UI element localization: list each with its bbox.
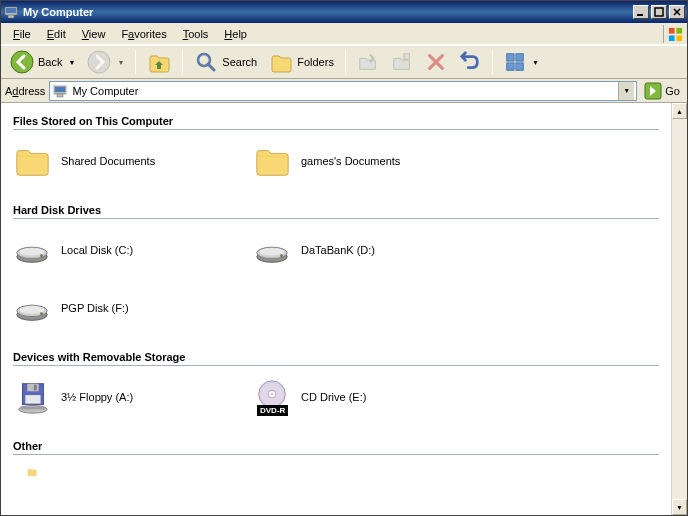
views-button[interactable]: ▼: [499, 48, 544, 76]
svg-point-42: [271, 393, 274, 396]
scroll-track[interactable]: [672, 119, 687, 499]
close-button[interactable]: [669, 5, 685, 19]
svg-point-32: [40, 312, 43, 315]
my-computer-icon: [52, 83, 68, 99]
hard-disk-icon: [13, 231, 51, 269]
forward-button[interactable]: ▼: [82, 47, 129, 77]
item-pgp-disk-f[interactable]: PGP Disk (F:): [13, 289, 213, 327]
toolbar: Back ▼ ▼ Search Folders ▼: [1, 45, 687, 79]
hard-disk-icon: [13, 289, 51, 327]
folders-label: Folders: [297, 56, 334, 68]
search-button[interactable]: Search: [189, 47, 262, 77]
copy-to-button[interactable]: [386, 48, 418, 76]
menu-view[interactable]: View: [74, 26, 114, 42]
item-label: Local Disk (C:): [61, 243, 133, 257]
address-dropdown[interactable]: ▼: [618, 82, 634, 100]
svg-rect-2: [8, 15, 14, 18]
minimize-button[interactable]: [633, 5, 649, 19]
item-shared-documents[interactable]: Shared Documents: [13, 142, 213, 180]
svg-rect-5: [669, 27, 675, 33]
svg-point-23: [20, 248, 45, 256]
up-button[interactable]: [142, 47, 176, 77]
svg-rect-18: [55, 87, 65, 92]
separator: [492, 50, 493, 74]
svg-point-28: [280, 254, 283, 257]
svg-rect-4: [655, 8, 663, 16]
menu-tools[interactable]: Tools: [175, 26, 217, 42]
item-other-partial[interactable]: [13, 467, 213, 477]
maximize-button[interactable]: [651, 5, 667, 19]
folder-icon: [13, 142, 51, 180]
scroll-down-button[interactable]: ▼: [672, 499, 687, 515]
item-cd-drive-e[interactable]: DVD-R CD Drive (E:): [253, 378, 453, 416]
svg-rect-8: [676, 35, 682, 41]
svg-rect-38: [21, 407, 46, 410]
item-label: 3½ Floppy (A:): [61, 390, 133, 404]
menu-edit[interactable]: Edit: [39, 26, 74, 42]
back-label: Back: [38, 56, 62, 68]
group-header-other: Other: [13, 436, 659, 455]
svg-point-24: [40, 254, 43, 257]
cd-drive-icon: DVD-R: [253, 378, 291, 416]
svg-rect-13: [507, 54, 514, 61]
hard-disk-icon: [253, 231, 291, 269]
item-label: games's Documents: [301, 154, 400, 168]
search-label: Search: [222, 56, 257, 68]
item-games-documents[interactable]: games's Documents: [253, 142, 453, 180]
group-header-files-stored: Files Stored on This Computer: [13, 111, 659, 130]
folder-icon: [253, 142, 291, 180]
separator: [182, 50, 183, 74]
separator: [345, 50, 346, 74]
group-header-removable: Devices with Removable Storage: [13, 347, 659, 366]
scroll-up-button[interactable]: ▲: [672, 103, 687, 119]
svg-rect-34: [27, 384, 38, 392]
menu-file[interactable]: File: [5, 26, 39, 42]
group-header-hard-disks: Hard Disk Drives: [13, 200, 659, 219]
windows-flag-icon: [663, 25, 683, 43]
svg-rect-3: [637, 14, 643, 16]
item-label: PGP Disk (F:): [61, 301, 129, 315]
chevron-down-icon: ▼: [532, 59, 539, 66]
folders-button[interactable]: Folders: [264, 47, 339, 77]
item-label: CD Drive (E:): [301, 390, 366, 404]
chevron-down-icon: ▼: [117, 59, 124, 66]
menubar: File Edit View Favorites Tools Help: [1, 23, 687, 45]
addressbar: Address My Computer ▼ Go: [1, 79, 687, 103]
address-input[interactable]: My Computer ▼: [49, 81, 637, 101]
item-floppy-a[interactable]: 3½ Floppy (A:): [13, 378, 213, 416]
back-button[interactable]: Back ▼: [5, 47, 80, 77]
menu-help[interactable]: Help: [216, 26, 255, 42]
chevron-down-icon: ▼: [68, 59, 75, 66]
svg-point-31: [20, 306, 45, 314]
svg-rect-1: [6, 8, 16, 13]
window-title: My Computer: [23, 6, 633, 18]
menu-favorites[interactable]: Favorites: [113, 26, 174, 42]
address-value: My Computer: [68, 85, 618, 97]
svg-rect-15: [507, 63, 514, 70]
vertical-scrollbar[interactable]: ▲ ▼: [671, 103, 687, 515]
svg-rect-16: [516, 63, 523, 70]
move-to-button[interactable]: [352, 48, 384, 76]
item-label: DaTaBanK (D:): [301, 243, 375, 257]
floppy-disk-icon: [13, 378, 51, 416]
svg-rect-36: [25, 395, 40, 404]
undo-button[interactable]: [454, 48, 486, 76]
address-label: Address: [5, 85, 45, 97]
main-panel: Files Stored on This Computer Shared Doc…: [1, 103, 671, 515]
svg-rect-12: [404, 54, 410, 60]
item-databank-d[interactable]: DaTaBanK (D:): [253, 231, 453, 269]
dvd-r-badge: DVD-R: [257, 405, 288, 416]
folder-icon: [13, 467, 51, 477]
go-label: Go: [665, 85, 680, 97]
svg-point-9: [11, 51, 33, 73]
svg-rect-19: [57, 94, 63, 97]
separator: [135, 50, 136, 74]
svg-rect-6: [676, 27, 682, 33]
delete-button[interactable]: [420, 48, 452, 76]
my-computer-icon: [3, 4, 19, 20]
titlebar: My Computer: [1, 1, 687, 23]
svg-rect-7: [669, 35, 675, 41]
item-local-disk-c[interactable]: Local Disk (C:): [13, 231, 213, 269]
content-area: Files Stored on This Computer Shared Doc…: [1, 103, 687, 515]
go-button[interactable]: Go: [641, 81, 683, 101]
